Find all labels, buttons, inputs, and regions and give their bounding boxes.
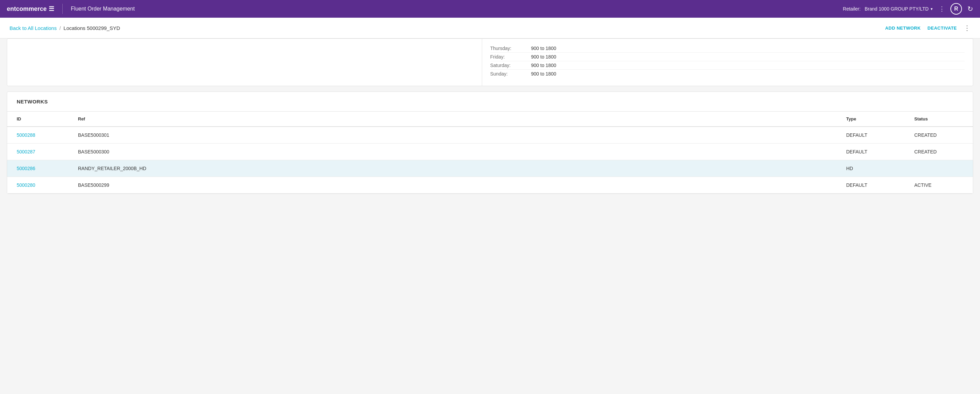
- network-type-cell: HD: [837, 160, 905, 177]
- breadcrumb-actions: ADD NETWORK DEACTIVATE ⋮: [885, 24, 970, 32]
- top-cards-row: Thursday: 900 to 1800 Friday: 900 to 180…: [7, 38, 973, 86]
- network-ref-cell: BASE5000299: [68, 177, 837, 194]
- col-header-ref: Ref: [68, 111, 837, 127]
- menu-icon[interactable]: ☰: [49, 5, 54, 13]
- network-id-link[interactable]: 5000280: [17, 183, 35, 188]
- network-id-cell: 5000280: [7, 177, 68, 194]
- avatar[interactable]: R: [950, 3, 962, 14]
- retailer-name: Brand 1000 GROUP PTY/LTD: [865, 6, 929, 11]
- retailer-label-text: Retailer:: [843, 6, 861, 11]
- hours-row: Saturday: 900 to 1800: [490, 61, 965, 70]
- network-status-cell: ACTIVE: [905, 177, 973, 194]
- add-network-button[interactable]: ADD NETWORK: [885, 25, 920, 31]
- location-details-card: [7, 38, 482, 86]
- networks-table: ID Ref Type Status 5000288 BASE5000301 D…: [7, 111, 973, 194]
- hours-day: Friday:: [490, 54, 531, 60]
- network-type-cell: DEFAULT: [837, 177, 905, 194]
- breadcrumb-bar: Back to All Locations / Locations 500029…: [0, 18, 980, 38]
- networks-header: NETWORKS: [7, 92, 973, 111]
- hours-time: 900 to 1800: [531, 54, 557, 60]
- hours-time: 900 to 1800: [531, 63, 557, 68]
- refresh-icon[interactable]: ↻: [967, 5, 973, 13]
- table-row: 5000288 BASE5000301 DEFAULT CREATED: [7, 127, 973, 144]
- hours-time: 900 to 1800: [531, 71, 557, 76]
- more-options-icon[interactable]: ⋮: [939, 5, 945, 13]
- network-id-link[interactable]: 5000287: [17, 149, 35, 154]
- network-id-cell: 5000287: [7, 144, 68, 160]
- main-content: Thursday: 900 to 1800 Friday: 900 to 180…: [0, 38, 980, 201]
- deactivate-button[interactable]: DEACTIVATE: [928, 25, 957, 31]
- col-header-status: Status: [905, 111, 973, 127]
- network-ref-cell: RANDY_RETAILER_2000B_HD: [68, 160, 837, 177]
- network-id-link[interactable]: 5000286: [17, 166, 35, 171]
- hours-card: Thursday: 900 to 1800 Friday: 900 to 180…: [482, 38, 974, 86]
- hours-row: Friday: 900 to 1800: [490, 53, 965, 61]
- networks-title: NETWORKS: [17, 98, 48, 105]
- retailer-dropdown-icon: ▼: [930, 7, 933, 11]
- network-type-cell: DEFAULT: [837, 144, 905, 160]
- hours-time: 900 to 1800: [531, 46, 557, 51]
- col-header-type: Type: [837, 111, 905, 127]
- table-header-row: ID Ref Type Status: [7, 111, 973, 127]
- network-id-link[interactable]: 5000288: [17, 132, 35, 138]
- hours-row: Thursday: 900 to 1800: [490, 44, 965, 53]
- networks-card: NETWORKS ID Ref Type Status 5000288 BASE…: [7, 92, 973, 194]
- app-title: Fluent Order Management: [71, 6, 135, 12]
- brand-name: entcommerce: [7, 5, 47, 13]
- hours-table: Thursday: 900 to 1800 Friday: 900 to 180…: [490, 44, 965, 78]
- hours-day: Sunday:: [490, 71, 531, 76]
- table-row: 5000286 RANDY_RETAILER_2000B_HD HD: [7, 160, 973, 177]
- network-status-cell: [905, 160, 973, 177]
- breadcrumb: Back to All Locations / Locations 500029…: [10, 25, 120, 31]
- current-location-title: Locations 5000299_SYD: [64, 25, 120, 31]
- retailer-selector[interactable]: Retailer: Brand 1000 GROUP PTY/LTD ▼: [843, 6, 933, 11]
- table-row: 5000280 BASE5000299 DEFAULT ACTIVE: [7, 177, 973, 194]
- network-id-cell: 5000286: [7, 160, 68, 177]
- network-status-cell: CREATED: [905, 144, 973, 160]
- brand-logo: entcommerce ☰: [7, 5, 54, 13]
- network-id-cell: 5000288: [7, 127, 68, 144]
- hours-row: Sunday: 900 to 1800: [490, 70, 965, 78]
- network-type-cell: DEFAULT: [837, 127, 905, 144]
- hours-day: Saturday:: [490, 63, 531, 68]
- hours-day: Thursday:: [490, 46, 531, 51]
- actions-more-menu-icon[interactable]: ⋮: [964, 24, 970, 32]
- table-row: 5000287 BASE5000300 DEFAULT CREATED: [7, 144, 973, 160]
- network-status-cell: CREATED: [905, 127, 973, 144]
- network-ref-cell: BASE5000301: [68, 127, 837, 144]
- back-to-all-locations-link[interactable]: Back to All Locations: [10, 25, 57, 31]
- network-ref-cell: BASE5000300: [68, 144, 837, 160]
- nav-divider: [62, 4, 63, 14]
- col-header-id: ID: [7, 111, 68, 127]
- top-navigation: entcommerce ☰ Fluent Order Management Re…: [0, 0, 980, 18]
- breadcrumb-separator: /: [59, 25, 60, 31]
- networks-table-body: 5000288 BASE5000301 DEFAULT CREATED 5000…: [7, 127, 973, 194]
